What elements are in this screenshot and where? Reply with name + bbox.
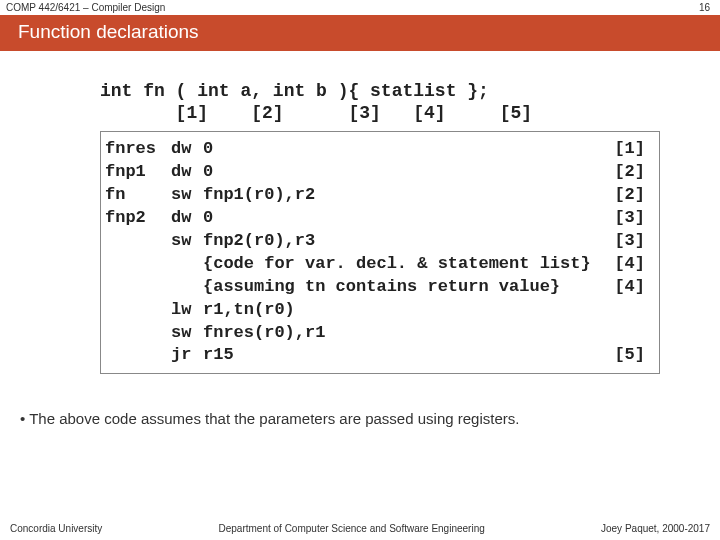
row-tag: [3] <box>609 230 649 253</box>
code-row: swfnp2(r0),r3[3] <box>101 230 649 253</box>
generated-code-table: fnresdw0[1]fnp1dw0[2]fnswfnp1(r0),r2[2]f… <box>100 131 660 374</box>
row-op: sw <box>171 184 203 207</box>
code-row: swfnres(r0),r1 <box>101 322 649 345</box>
row-tag: [1] <box>609 138 649 161</box>
code-row: jrr15[5] <box>101 344 649 367</box>
row-op: lw <box>171 299 203 322</box>
course-label: COMP 442/6421 – Compiler Design <box>6 2 165 13</box>
row-op: dw <box>171 138 203 161</box>
row-label: fnres <box>101 138 171 161</box>
slide-content: int fn ( int a, int b ){ statlist }; [1]… <box>0 51 720 384</box>
row-op: sw <box>171 230 203 253</box>
footer: Concordia University Department of Compu… <box>0 523 720 534</box>
row-op: dw <box>171 161 203 184</box>
row-op <box>171 253 203 276</box>
row-tag: [2] <box>609 161 649 184</box>
code-row: fnp2dw0[3] <box>101 207 649 230</box>
row-arg: 0 <box>203 161 609 184</box>
function-signature: int fn ( int a, int b ){ statlist }; <box>100 81 660 101</box>
row-tag <box>609 299 649 322</box>
row-op: sw <box>171 322 203 345</box>
row-op: jr <box>171 344 203 367</box>
code-row: {assuming tn contains return value}[4] <box>101 276 649 299</box>
row-label: fnp2 <box>101 207 171 230</box>
row-tag: [4] <box>609 276 649 299</box>
row-arg: r15 <box>203 344 609 367</box>
row-label <box>101 299 171 322</box>
header-top: COMP 442/6421 – Compiler Design 16 <box>0 0 720 15</box>
row-label <box>101 344 171 367</box>
slide-note: The above code assumes that the paramete… <box>0 384 720 427</box>
signature-markers: [1] [2] [3] [4] [5] <box>100 103 660 123</box>
row-op <box>171 276 203 299</box>
footer-center: Department of Computer Science and Softw… <box>219 523 485 534</box>
row-arg: {assuming tn contains return value} <box>203 276 609 299</box>
row-label <box>101 322 171 345</box>
footer-left: Concordia University <box>10 523 102 534</box>
code-row: fnresdw0[1] <box>101 138 649 161</box>
row-arg: {code for var. decl. & statement list} <box>203 253 609 276</box>
footer-right: Joey Paquet, 2000-2017 <box>601 523 710 534</box>
code-row: lwr1,tn(r0) <box>101 299 649 322</box>
row-tag <box>609 322 649 345</box>
row-tag: [4] <box>609 253 649 276</box>
slide-title: Function declarations <box>0 15 720 51</box>
row-label <box>101 276 171 299</box>
row-arg: r1,tn(r0) <box>203 299 609 322</box>
row-arg: fnres(r0),r1 <box>203 322 609 345</box>
row-arg: 0 <box>203 207 609 230</box>
row-op: dw <box>171 207 203 230</box>
row-arg: fnp2(r0),r3 <box>203 230 609 253</box>
code-row: {code for var. decl. & statement list}[4… <box>101 253 649 276</box>
row-tag: [2] <box>609 184 649 207</box>
row-label <box>101 230 171 253</box>
row-arg: fnp1(r0),r2 <box>203 184 609 207</box>
row-label: fnp1 <box>101 161 171 184</box>
code-row: fnswfnp1(r0),r2[2] <box>101 184 649 207</box>
row-tag: [3] <box>609 207 649 230</box>
row-arg: 0 <box>203 138 609 161</box>
row-label: fn <box>101 184 171 207</box>
page-number: 16 <box>699 2 710 13</box>
row-tag: [5] <box>609 344 649 367</box>
row-label <box>101 253 171 276</box>
code-row: fnp1dw0[2] <box>101 161 649 184</box>
